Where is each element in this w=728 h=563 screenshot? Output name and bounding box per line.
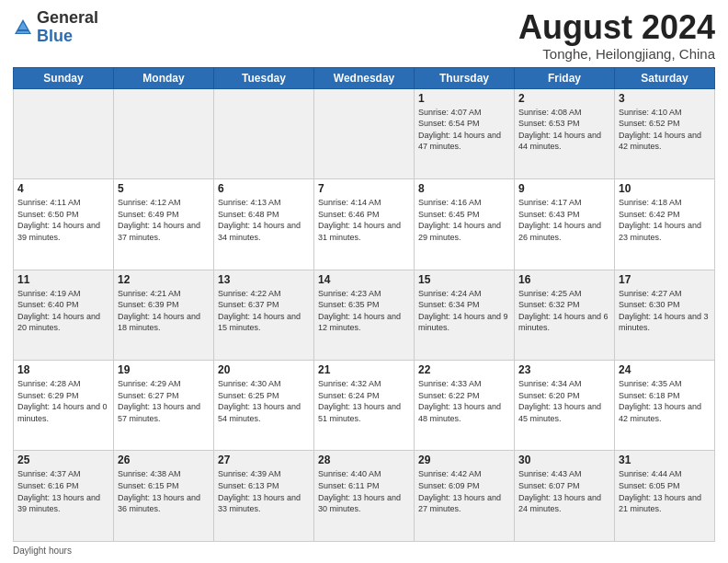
calendar-cell — [114, 88, 214, 178]
calendar-cell — [214, 88, 314, 178]
calendar-cell: 29Sunrise: 4:42 AMSunset: 6:09 PMDayligh… — [415, 451, 515, 542]
calendar-cell: 4Sunrise: 4:11 AMSunset: 6:50 PMDaylight… — [14, 179, 114, 270]
day-number: 4 — [17, 182, 109, 195]
logo-blue-text: Blue — [37, 27, 73, 45]
day-info: Sunrise: 4:30 AMSunset: 6:25 PMDaylight:… — [218, 378, 310, 424]
day-info: Sunrise: 4:16 AMSunset: 6:45 PMDaylight:… — [418, 197, 510, 243]
calendar-cell: 22Sunrise: 4:33 AMSunset: 6:22 PMDayligh… — [415, 361, 515, 451]
day-info: Sunrise: 4:13 AMSunset: 6:48 PMDaylight:… — [218, 197, 310, 243]
calendar-cell: 6Sunrise: 4:13 AMSunset: 6:48 PMDaylight… — [214, 179, 314, 270]
day-info: Sunrise: 4:35 AMSunset: 6:18 PMDaylight:… — [619, 378, 711, 424]
day-info: Sunrise: 4:40 AMSunset: 6:11 PMDaylight:… — [318, 468, 410, 514]
title-block: August 2024 Tonghe, Heilongjiang, China — [518, 9, 715, 62]
day-number: 20 — [218, 363, 310, 376]
day-info: Sunrise: 4:19 AMSunset: 6:40 PMDaylight:… — [17, 288, 109, 334]
day-info: Sunrise: 4:29 AMSunset: 6:27 PMDaylight:… — [118, 378, 210, 424]
day-number: 1 — [418, 92, 510, 105]
calendar-cell — [314, 88, 415, 178]
day-info: Sunrise: 4:23 AMSunset: 6:35 PMDaylight:… — [318, 288, 410, 334]
day-number: 22 — [418, 363, 510, 376]
calendar-cell: 28Sunrise: 4:40 AMSunset: 6:11 PMDayligh… — [314, 451, 415, 542]
calendar-cell: 5Sunrise: 4:12 AMSunset: 6:49 PMDaylight… — [114, 179, 214, 270]
day-info: Sunrise: 4:38 AMSunset: 6:15 PMDaylight:… — [118, 468, 210, 514]
day-number: 9 — [518, 182, 610, 195]
day-info: Sunrise: 4:44 AMSunset: 6:05 PMDaylight:… — [619, 468, 711, 514]
day-info: Sunrise: 4:18 AMSunset: 6:42 PMDaylight:… — [619, 197, 711, 243]
calendar-cell: 8Sunrise: 4:16 AMSunset: 6:45 PMDaylight… — [415, 179, 515, 270]
calendar-table: SundayMondayTuesdayWednesdayThursdayFrid… — [13, 67, 715, 542]
day-info: Sunrise: 4:39 AMSunset: 6:13 PMDaylight:… — [218, 468, 310, 514]
day-info: Sunrise: 4:34 AMSunset: 6:20 PMDaylight:… — [518, 378, 610, 424]
calendar-cell: 31Sunrise: 4:44 AMSunset: 6:05 PMDayligh… — [615, 451, 715, 542]
calendar-week-row: 11Sunrise: 4:19 AMSunset: 6:40 PMDayligh… — [14, 270, 715, 360]
day-number: 10 — [619, 182, 711, 195]
calendar-cell: 19Sunrise: 4:29 AMSunset: 6:27 PMDayligh… — [114, 361, 214, 451]
day-number: 3 — [619, 92, 711, 105]
calendar-cell: 17Sunrise: 4:27 AMSunset: 6:30 PMDayligh… — [615, 270, 715, 360]
calendar-cell: 20Sunrise: 4:30 AMSunset: 6:25 PMDayligh… — [214, 361, 314, 451]
day-info: Sunrise: 4:24 AMSunset: 6:34 PMDaylight:… — [418, 288, 510, 334]
calendar-cell: 11Sunrise: 4:19 AMSunset: 6:40 PMDayligh… — [14, 270, 114, 360]
header: General Blue August 2024 Tonghe, Heilong… — [13, 9, 715, 62]
calendar-cell: 26Sunrise: 4:38 AMSunset: 6:15 PMDayligh… — [114, 451, 214, 542]
calendar-cell: 14Sunrise: 4:23 AMSunset: 6:35 PMDayligh… — [314, 270, 415, 360]
month-title: August 2024 — [518, 9, 715, 46]
day-number: 19 — [118, 363, 210, 376]
day-info: Sunrise: 4:22 AMSunset: 6:37 PMDaylight:… — [218, 288, 310, 334]
calendar-cell: 25Sunrise: 4:37 AMSunset: 6:16 PMDayligh… — [14, 451, 114, 542]
calendar-week-row: 1Sunrise: 4:07 AMSunset: 6:54 PMDaylight… — [14, 88, 715, 178]
day-info: Sunrise: 4:12 AMSunset: 6:49 PMDaylight:… — [118, 197, 210, 243]
day-info: Sunrise: 4:37 AMSunset: 6:16 PMDaylight:… — [17, 468, 109, 514]
calendar-week-row: 4Sunrise: 4:11 AMSunset: 6:50 PMDaylight… — [14, 179, 715, 270]
calendar-cell: 24Sunrise: 4:35 AMSunset: 6:18 PMDayligh… — [615, 361, 715, 451]
calendar-cell: 13Sunrise: 4:22 AMSunset: 6:37 PMDayligh… — [214, 270, 314, 360]
day-number: 7 — [318, 182, 410, 195]
calendar-cell: 1Sunrise: 4:07 AMSunset: 6:54 PMDaylight… — [415, 88, 515, 178]
calendar-cell: 12Sunrise: 4:21 AMSunset: 6:39 PMDayligh… — [114, 270, 214, 360]
day-info: Sunrise: 4:21 AMSunset: 6:39 PMDaylight:… — [118, 288, 210, 334]
calendar-cell: 30Sunrise: 4:43 AMSunset: 6:07 PMDayligh… — [515, 451, 615, 542]
day-info: Sunrise: 4:25 AMSunset: 6:32 PMDaylight:… — [518, 288, 610, 334]
day-info: Sunrise: 4:17 AMSunset: 6:43 PMDaylight:… — [518, 197, 610, 243]
page: General Blue August 2024 Tonghe, Heilong… — [0, 0, 728, 563]
calendar-cell: 9Sunrise: 4:17 AMSunset: 6:43 PMDaylight… — [515, 179, 615, 270]
day-info: Sunrise: 4:43 AMSunset: 6:07 PMDaylight:… — [518, 468, 610, 514]
location-title: Tonghe, Heilongjiang, China — [518, 46, 715, 62]
calendar-day-header: Wednesday — [314, 67, 415, 88]
logo-general-text: General — [37, 8, 98, 27]
calendar-day-header: Friday — [515, 67, 615, 88]
day-number: 24 — [619, 363, 711, 376]
day-number: 2 — [518, 92, 610, 105]
calendar-cell: 7Sunrise: 4:14 AMSunset: 6:46 PMDaylight… — [314, 179, 415, 270]
day-number: 6 — [218, 182, 310, 195]
day-info: Sunrise: 4:11 AMSunset: 6:50 PMDaylight:… — [17, 197, 109, 243]
day-number: 26 — [118, 454, 210, 466]
day-info: Sunrise: 4:08 AMSunset: 6:53 PMDaylight:… — [518, 107, 610, 153]
calendar-cell: 3Sunrise: 4:10 AMSunset: 6:52 PMDaylight… — [615, 88, 715, 178]
calendar-day-header: Tuesday — [214, 67, 314, 88]
day-number: 23 — [518, 363, 610, 376]
day-number: 8 — [418, 182, 510, 195]
calendar-cell: 23Sunrise: 4:34 AMSunset: 6:20 PMDayligh… — [515, 361, 615, 451]
day-info: Sunrise: 4:33 AMSunset: 6:22 PMDaylight:… — [418, 378, 510, 424]
day-number: 30 — [518, 454, 610, 466]
day-number: 18 — [17, 363, 109, 376]
day-number: 27 — [218, 454, 310, 466]
day-info: Sunrise: 4:14 AMSunset: 6:46 PMDaylight:… — [318, 197, 410, 243]
day-number: 16 — [518, 273, 610, 286]
calendar-header-row: SundayMondayTuesdayWednesdayThursdayFrid… — [14, 67, 715, 88]
svg-rect-2 — [17, 29, 28, 31]
day-info: Sunrise: 4:07 AMSunset: 6:54 PMDaylight:… — [418, 107, 510, 153]
calendar-cell: 10Sunrise: 4:18 AMSunset: 6:42 PMDayligh… — [615, 179, 715, 270]
day-number: 29 — [418, 454, 510, 466]
day-number: 15 — [418, 273, 510, 286]
day-number: 21 — [318, 363, 410, 376]
logo-icon — [13, 17, 33, 38]
calendar-cell: 15Sunrise: 4:24 AMSunset: 6:34 PMDayligh… — [415, 270, 515, 360]
day-number: 28 — [318, 454, 410, 466]
logo: General Blue — [13, 9, 98, 46]
calendar-day-header: Monday — [114, 67, 214, 88]
calendar-cell: 27Sunrise: 4:39 AMSunset: 6:13 PMDayligh… — [214, 451, 314, 542]
day-number: 5 — [118, 182, 210, 195]
day-info: Sunrise: 4:10 AMSunset: 6:52 PMDaylight:… — [619, 107, 711, 153]
